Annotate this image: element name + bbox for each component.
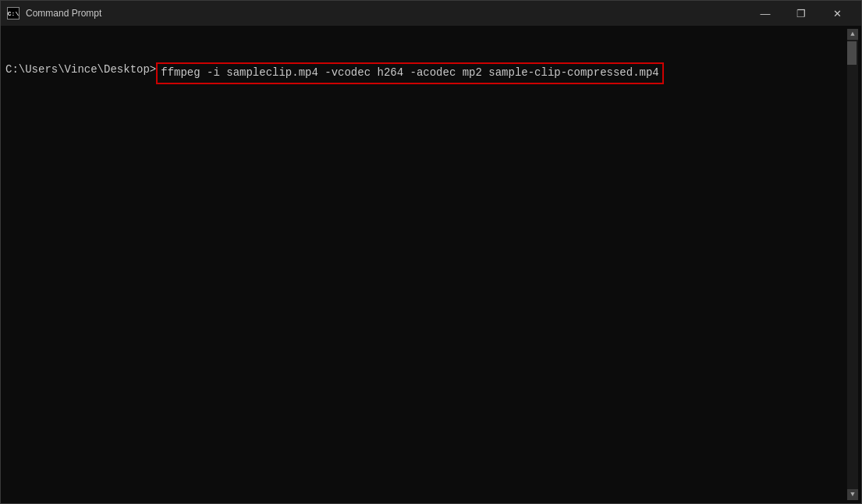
scrollbar-track[interactable] [847,40,858,489]
cmd-logo: C:\ [7,7,20,20]
command-line: C:\Users\Vince\Desktop>ffmpeg -i samplec… [5,62,846,84]
command-prompt-window: C:\ Command Prompt — ❐ ✕ C:\Users\Vince\… [0,0,862,504]
scrollbar-down-arrow[interactable]: ▼ [847,489,858,500]
title-bar: C:\ Command Prompt — ❐ ✕ [1,1,861,26]
title-bar-left: C:\ Command Prompt [7,7,101,20]
scrollbar: ▲ ▼ [847,29,858,500]
terminal-prompt: C:\Users\Vince\Desktop> [5,62,156,78]
terminal-content[interactable]: C:\Users\Vince\Desktop>ffmpeg -i samplec… [4,29,847,500]
window-title: Command Prompt [26,8,101,19]
close-button[interactable]: ✕ [819,1,855,26]
terminal-command: ffmpeg -i sampleclip.mp4 -vcodec h264 -a… [156,62,664,84]
scrollbar-thumb[interactable] [847,41,857,65]
minimize-button[interactable]: — [747,1,783,26]
terminal-body: C:\Users\Vince\Desktop>ffmpeg -i samplec… [1,26,861,503]
cmd-icon: C:\ [7,7,20,20]
scrollbar-up-arrow[interactable]: ▲ [847,29,858,40]
maximize-button[interactable]: ❐ [783,1,819,26]
window-controls: — ❐ ✕ [747,1,855,26]
